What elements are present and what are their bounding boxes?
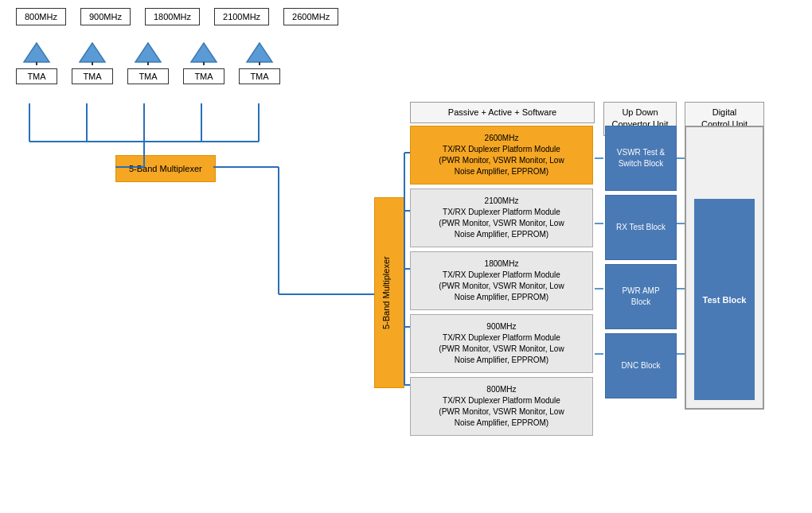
col-passive-label: Passive + Active + Software <box>448 107 556 117</box>
module-2600: 2600MHzTX/RX Duplexer Platform Module(PW… <box>410 126 593 185</box>
antenna-icon-2 <box>78 41 107 65</box>
modules-column: 2600MHzTX/RX Duplexer Platform Module(PW… <box>410 126 593 436</box>
freq-1800: 1800MHz <box>145 8 200 25</box>
test-block: Test Block <box>694 199 755 400</box>
module-2100: 2100MHzTX/RX Duplexer Platform Module(PW… <box>410 188 593 247</box>
antenna-icon-3 <box>134 41 162 65</box>
antenna-icon-5 <box>245 41 274 65</box>
tma-box-2: TMA <box>72 68 113 84</box>
rx-test-block: RX Test Block <box>605 195 677 260</box>
vswr-test-block: VSWR Test &Switch Block <box>605 126 677 191</box>
antenna-group-5: TMA <box>239 41 280 84</box>
test-block-label: Test Block <box>703 295 747 305</box>
mux-v-label: 5-Band Multiplexer <box>381 256 391 329</box>
freq-900: 900MHz <box>80 8 131 25</box>
antenna-group-3: TMA <box>127 41 169 84</box>
svg-marker-4 <box>135 43 161 62</box>
antenna-icon-4 <box>189 41 218 65</box>
updown-column: VSWR Test &Switch Block RX Test Block PW… <box>605 126 677 398</box>
tma-box-4: TMA <box>183 68 224 84</box>
tma-box-3: TMA <box>127 68 169 84</box>
antenna-group-2: TMA <box>72 41 113 84</box>
svg-marker-6 <box>191 43 217 62</box>
svg-marker-0 <box>24 43 49 62</box>
tma-box-5: TMA <box>239 68 280 84</box>
antennas-row: TMA TMA TMA TMA <box>16 41 280 84</box>
freq-labels-row: 800MHz 900MHz 1800MHz 2100MHz 2600MHz <box>16 8 338 25</box>
svg-marker-2 <box>80 43 105 62</box>
module-800: 800MHzTX/RX Duplexer Platform Module(PWR… <box>410 377 593 436</box>
pwr-amp-block: PWR AMPBlock <box>605 264 677 329</box>
col-header-passive: Passive + Active + Software <box>410 102 595 123</box>
mux-horizontal: 5-Band Multiplexer <box>115 155 216 182</box>
module-900: 900MHzTX/RX Duplexer Platform Module(PWR… <box>410 314 593 373</box>
antenna-group-4: TMA <box>183 41 224 84</box>
diagram-container: 800MHz 900MHz 1800MHz 2100MHz 2600MHz TM… <box>0 0 812 513</box>
tma-box-1: TMA <box>16 68 57 84</box>
mux-h-label: 5-Band Multiplexer <box>129 164 202 173</box>
freq-800: 800MHz <box>16 8 66 25</box>
module-1800: 1800MHzTX/RX Duplexer Platform Module(PW… <box>410 251 593 310</box>
digital-col-border: Test Block <box>685 126 764 410</box>
mux-vertical: 5-Band Multiplexer <box>374 197 404 388</box>
svg-marker-8 <box>247 43 272 62</box>
freq-2600: 2600MHz <box>283 8 338 25</box>
antenna-group-1: TMA <box>16 41 57 84</box>
freq-2100: 2100MHz <box>214 8 269 25</box>
antenna-icon-1 <box>22 41 51 65</box>
dnc-block: DNC Block <box>605 333 677 398</box>
